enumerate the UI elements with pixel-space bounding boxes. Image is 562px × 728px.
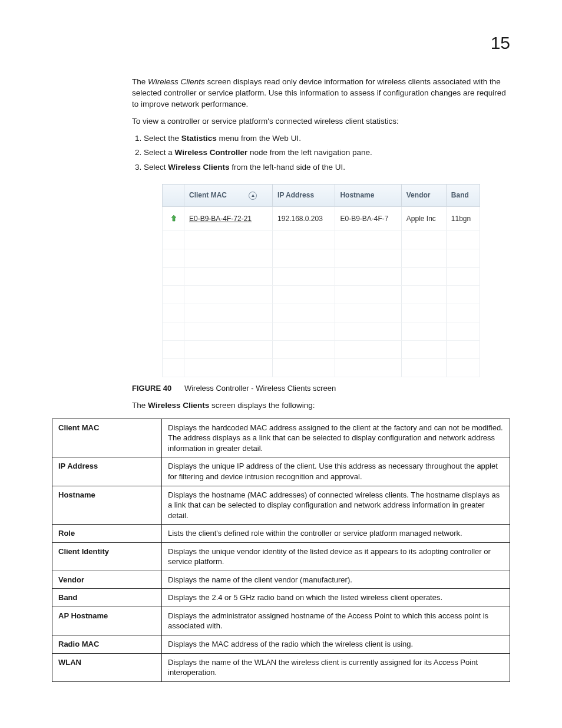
after-figure-paragraph: The Wireless Clients screen displays the…: [132, 400, 510, 411]
desc-definition: Displays the name of the WLAN the wirele…: [162, 653, 510, 681]
intro-paragraph-2: To view a controller or service platform…: [132, 116, 510, 127]
table-row: [163, 286, 480, 304]
desc-term: Hostname: [52, 486, 162, 525]
chapter-number: 15: [491, 33, 510, 53]
wireless-clients-italic: Wireless Clients: [148, 77, 205, 86]
field-description-table: Client MACDisplays the hardcoded MAC add…: [52, 419, 510, 682]
text: The: [132, 401, 148, 410]
desc-definition: Displays the name of the client vendor (…: [162, 571, 510, 589]
table-row: [163, 304, 480, 322]
wireless-clients-bold: Wireless Clients: [148, 401, 209, 410]
text: from the left-hand side of the UI.: [229, 163, 345, 172]
text: node from the left navigation pane.: [247, 148, 372, 157]
text: Select: [144, 163, 168, 172]
figure-text: Wireless Controller - Wireless Clients s…: [184, 384, 336, 393]
desc-definition: Displays the administrator assigned host…: [162, 607, 510, 635]
vendor-col-header[interactable]: Vendor: [401, 185, 446, 207]
desc-definition: Displays the hostname (MAC addresses) of…: [162, 486, 510, 525]
desc-definition: Displays the unique vendor identity of t…: [162, 542, 510, 571]
wireless-clients-table: Client MAC ▲ IP Address Hostname Vendor …: [162, 184, 480, 377]
desc-row: Client IdentityDisplays the unique vendo…: [52, 542, 510, 571]
table-row: [163, 359, 480, 377]
client-mac-cell: E0-B9-BA-4F-72-21: [184, 207, 273, 231]
table-row: [163, 249, 480, 268]
table-header-row: Client MAC ▲ IP Address Hostname Vendor …: [163, 185, 480, 207]
client-mac-link[interactable]: E0-B9-BA-4F-72-21: [189, 215, 252, 223]
desc-term: Role: [52, 525, 162, 543]
figure-caption: FIGURE 40 Wireless Controller - Wireless…: [132, 383, 510, 394]
header-label: Client MAC: [189, 191, 227, 199]
statistics-bold: Statistics: [181, 134, 217, 143]
status-up-icon: [170, 215, 177, 221]
desc-term: Radio MAC: [52, 635, 162, 654]
desc-row: BandDisplays the 2.4 or 5 GHz radio band…: [52, 589, 510, 607]
table-row: [163, 268, 480, 286]
table-row: [163, 341, 480, 359]
table-row: [163, 231, 480, 249]
desc-term: AP Hostname: [52, 607, 162, 635]
ip-cell: 192.168.0.203: [273, 207, 335, 231]
wireless-clients-bold: Wireless Clients: [168, 163, 229, 172]
vendor-cell: Apple Inc: [401, 207, 446, 231]
step-1: Select the Statistics menu from the Web …: [144, 133, 510, 144]
desc-definition: Lists the client's defined role within t…: [162, 525, 510, 543]
desc-definition: Displays the MAC address of the radio wh…: [162, 635, 510, 654]
band-col-header[interactable]: Band: [446, 185, 480, 207]
desc-row: HostnameDisplays the hostname (MAC addre…: [52, 486, 510, 525]
desc-row: RoleLists the client's defined role with…: [52, 525, 510, 543]
step-2: Select a Wireless Controller node from t…: [144, 147, 510, 159]
desc-definition: Displays the 2.4 or 5 GHz radio band on …: [162, 589, 510, 607]
wireless-controller-bold: Wireless Controller: [175, 148, 248, 157]
desc-row: VendorDisplays the name of the client ve…: [52, 571, 510, 589]
client-mac-col-header[interactable]: Client MAC ▲: [184, 185, 273, 207]
document-page: 15 The Wireless Clients screen displays …: [0, 0, 562, 728]
text: screen displays the following:: [209, 401, 315, 410]
desc-term: IP Address: [52, 457, 162, 486]
intro-paragraph-1: The Wireless Clients screen displays rea…: [132, 77, 510, 110]
ip-col-header[interactable]: IP Address: [273, 185, 335, 207]
figure-label: FIGURE 40: [132, 384, 171, 393]
desc-definition: Displays the hardcoded MAC address assig…: [162, 419, 510, 457]
desc-row: Radio MACDisplays the MAC address of the…: [52, 635, 510, 654]
text: menu from the Web UI.: [217, 134, 301, 143]
desc-term: WLAN: [52, 653, 162, 681]
desc-term: Band: [52, 589, 162, 607]
desc-row: Client MACDisplays the hardcoded MAC add…: [52, 419, 510, 457]
hostname-col-header[interactable]: Hostname: [335, 185, 401, 207]
desc-term: Vendor: [52, 571, 162, 589]
desc-term: Client MAC: [52, 419, 162, 457]
desc-row: IP AddressDisplays the unique IP address…: [52, 457, 510, 486]
desc-row: WLANDisplays the name of the WLAN the wi…: [52, 653, 510, 681]
steps-list: Select the Statistics menu from the Web …: [132, 133, 510, 174]
page-content: The Wireless Clients screen displays rea…: [132, 77, 510, 682]
step-3: Select Wireless Clients from the left-ha…: [144, 162, 510, 173]
text: The: [132, 77, 148, 86]
hostname-cell: E0-B9-BA-4F-7: [335, 207, 401, 231]
table-body: E0-B9-BA-4F-72-21 192.168.0.203 E0-B9-BA…: [163, 207, 480, 377]
band-cell: 11bgn: [446, 207, 480, 231]
status-col-header[interactable]: [163, 185, 184, 207]
table-row[interactable]: E0-B9-BA-4F-72-21 192.168.0.203 E0-B9-BA…: [163, 207, 480, 231]
text: Select a: [144, 148, 175, 157]
table-row: [163, 322, 480, 341]
sort-ascending-icon[interactable]: ▲: [249, 192, 257, 200]
desc-term: Client Identity: [52, 542, 162, 571]
desc-row: AP HostnameDisplays the administrator as…: [52, 607, 510, 635]
text: Select the: [144, 134, 181, 143]
desc-definition: Displays the unique IP address of the cl…: [162, 457, 510, 486]
status-cell: [163, 207, 184, 231]
